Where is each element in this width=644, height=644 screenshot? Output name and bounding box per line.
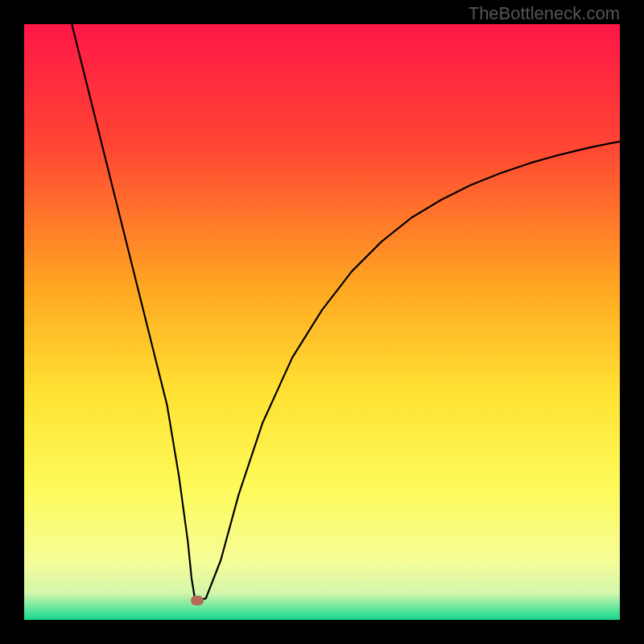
bottleneck-curve	[24, 24, 620, 620]
chart-frame: TheBottleneck.com	[0, 0, 644, 644]
plot-area	[24, 24, 620, 620]
attribution-text: TheBottleneck.com	[469, 3, 620, 24]
optimum-marker	[191, 596, 204, 605]
